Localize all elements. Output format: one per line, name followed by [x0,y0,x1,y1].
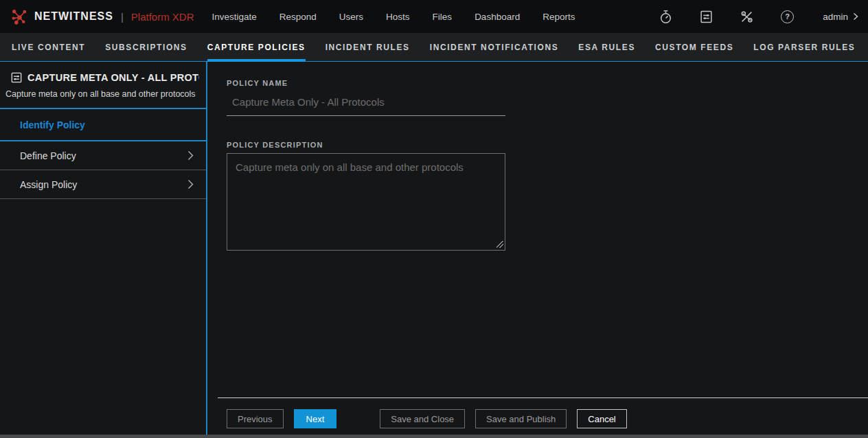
tab-log-parser-rules[interactable]: LOG PARSER RULES [753,33,855,61]
topnav-item-files[interactable]: Files [433,12,453,22]
top-nav: Investigate Respond Users Hosts Files Da… [212,12,575,22]
step-label: Define Policy [20,150,76,161]
chevron-right-icon [187,150,194,161]
user-name: admin [823,12,848,22]
step-identify-policy[interactable]: Identify Policy [0,109,206,141]
wizard-sidebar: CAPTURE META ONLY - ALL PROTOC... Captur… [0,62,207,435]
policy-title: CAPTURE META ONLY - ALL PROTOC... [27,72,199,83]
policy-description-label: POLICY DESCRIPTION [227,141,868,149]
tab-custom-feeds[interactable]: CUSTOM FEEDS [655,33,733,61]
tab-live-content[interactable]: LIVE CONTENT [12,33,85,61]
help-icon[interactable]: ? [781,10,794,23]
chevron-right-icon [187,179,194,189]
previous-button[interactable]: Previous [227,409,284,428]
next-button[interactable]: Next [294,409,337,428]
policy-name-input[interactable] [227,90,505,116]
topnav-item-reports[interactable]: Reports [542,12,575,22]
tab-subscriptions[interactable]: SUBSCRIPTIONS [105,33,187,61]
policy-settings-icon [11,72,22,83]
brand[interactable]: NETWITNESS | Platform XDR [11,8,194,25]
topnav-item-hosts[interactable]: Hosts [386,12,410,22]
section-tabs: LIVE CONTENT SUBSCRIPTIONS CAPTURE POLIC… [0,33,868,62]
policy-title-row: CAPTURE META ONLY - ALL PROTOC... [11,72,199,83]
step-label: Assign Policy [20,179,77,190]
brand-separator: | [121,11,124,23]
wizard-footer: Previous Next Save and Close Save and Pu… [218,397,868,428]
tab-incident-notifications[interactable]: INCIDENT NOTIFICATIONS [430,33,559,61]
tools-icon[interactable] [740,10,753,23]
brand-name: NETWITNESS [34,10,113,23]
policy-description-wrap: Capture meta only on all base and other … [227,153,505,251]
policy-name-label: POLICY NAME [227,79,868,87]
brand-product: Platform XDR [131,11,194,23]
step-label: Identify Policy [20,119,85,130]
tab-esa-rules[interactable]: ESA RULES [578,33,635,61]
footer-buttons: Previous Next Save and Close Save and Pu… [227,409,868,428]
topbar-right: ? admin [659,10,858,24]
topnav-item-respond[interactable]: Respond [279,12,317,22]
policy-subtitle: Capture meta only on all base and other … [5,89,199,99]
netwitness-logo-icon [11,8,28,25]
user-menu[interactable]: admin [823,12,858,22]
wizard-body: CAPTURE META ONLY - ALL PROTOC... Captur… [0,62,868,435]
topnav-item-investigate[interactable]: Investigate [212,12,256,22]
identify-policy-form: POLICY NAME POLICY DESCRIPTION Capture m… [207,62,868,435]
tab-incident-rules[interactable]: INCIDENT RULES [326,33,410,61]
netwitness-app: NETWITNESS | Platform XDR Investigate Re… [0,0,868,438]
tab-capture-policies[interactable]: CAPTURE POLICIES [207,33,306,61]
jobs-queue-icon[interactable] [700,10,713,23]
top-bar: NETWITNESS | Platform XDR Investigate Re… [0,0,868,33]
cancel-button[interactable]: Cancel [577,409,626,428]
policy-description-textarea[interactable]: Capture meta only on all base and other … [227,153,505,251]
topnav-item-users[interactable]: Users [339,12,363,22]
timer-icon[interactable] [659,10,672,24]
save-and-publish-button[interactable]: Save and Publish [475,409,567,428]
step-define-policy[interactable]: Define Policy [0,141,206,170]
save-and-close-button[interactable]: Save and Close [380,409,465,428]
policy-header: CAPTURE META ONLY - ALL PROTOC... Captur… [0,62,206,109]
topnav-item-dashboard[interactable]: Dashboard [475,12,520,22]
window-bottom-edge [0,435,868,438]
step-assign-policy[interactable]: Assign Policy [0,170,206,199]
chevron-right-icon [853,12,858,21]
